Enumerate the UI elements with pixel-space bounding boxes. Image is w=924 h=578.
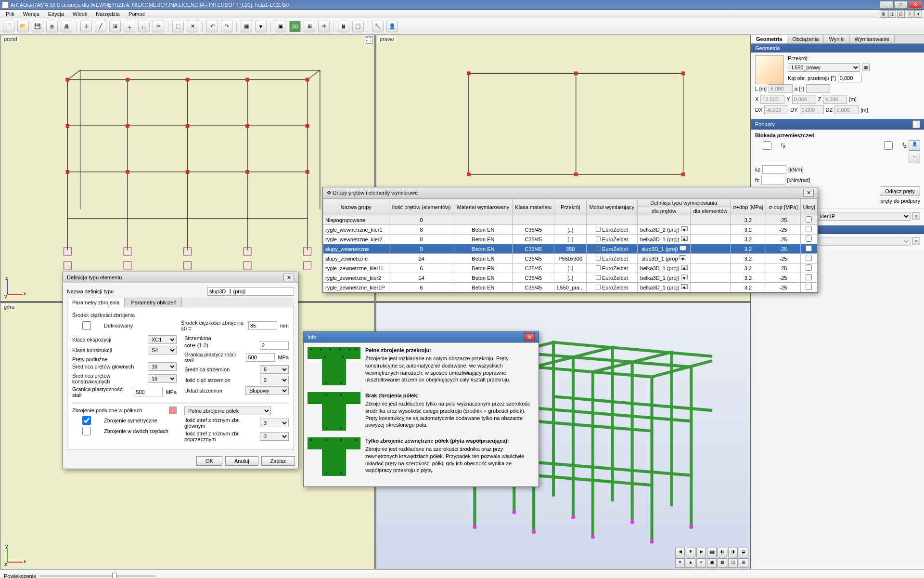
support-tool-icon[interactable]: ⏚	[124, 21, 135, 32]
dwa-checkbox[interactable]	[72, 427, 101, 435]
menubar-extra-2[interactable]: ◫	[888, 10, 896, 18]
fz-checkbox[interactable]	[876, 141, 900, 150]
grid-tool-icon[interactable]: ⊞	[109, 21, 121, 32]
menubar-extra-5[interactable]: ▾	[914, 10, 922, 18]
dialog-close-button[interactable]: ✕	[283, 274, 294, 281]
user-icon[interactable]: 👤	[386, 21, 398, 32]
calc-icon[interactable]: 🖩	[338, 21, 349, 32]
col-przekroj[interactable]: Przekrój	[554, 199, 587, 215]
ok-button[interactable]: OK	[196, 456, 222, 466]
snapshot-icon[interactable]: 📷	[707, 548, 717, 557]
bar-tool-icon[interactable]: ╱	[95, 21, 106, 32]
menubar-extra-3[interactable]: ⊡	[897, 10, 905, 18]
menubar-extra-1[interactable]: ⊞	[880, 10, 887, 18]
gran1-input[interactable]	[134, 388, 163, 396]
render-2-icon[interactable]: ◑	[728, 548, 738, 557]
uklad-select[interactable]: Słupowy	[245, 386, 289, 395]
report-icon[interactable]: 📋	[352, 21, 364, 32]
save-file-icon[interactable]: 💾	[32, 21, 43, 32]
sr-strz-select[interactable]: 6	[260, 365, 289, 374]
grupa-podpor-edit-icon[interactable]: ≡	[912, 237, 920, 245]
render-3-icon[interactable]: ◒	[739, 548, 748, 557]
save-button[interactable]: Zapisz	[261, 456, 295, 466]
tab-wymiarowanie[interactable]: Wymiarowanie	[850, 35, 895, 43]
table-row[interactable]: słupy_zewnetrzne24Beton ENC35/45P550x300…	[323, 254, 818, 263]
undo-icon[interactable]: ↶	[206, 21, 218, 32]
nav-menu-icon[interactable]: ≡	[696, 558, 706, 568]
delete-icon[interactable]: ✕	[187, 21, 198, 32]
table-icon[interactable]: ▦	[241, 21, 252, 32]
info-icon[interactable]: i	[169, 407, 177, 414]
view2d-icon[interactable]: ▣	[275, 21, 286, 32]
menu-edycja[interactable]: Edycja	[44, 11, 68, 17]
menubar-extra-4[interactable]: ?	[906, 10, 913, 18]
klasa-eksp-select[interactable]: XC1	[148, 335, 177, 344]
filter-icon[interactable]: ▼	[255, 21, 267, 32]
odlacz-button[interactable]: Odłącz pręty	[880, 186, 920, 196]
expand-icon[interactable]: ⛶	[365, 36, 372, 44]
grupa-edit-icon[interactable]: ≡	[912, 212, 920, 220]
menu-plik[interactable]: Plik	[2, 11, 18, 17]
kz-input[interactable]	[762, 165, 786, 174]
settings-icon[interactable]: 🔧	[372, 21, 384, 32]
col-def[interactable]: Definicja typu wymiarowania	[637, 199, 730, 207]
view3d-icon[interactable]: 3D	[289, 21, 301, 32]
table-row[interactable]: rygle_wewnetrzne_kier28Beton ENC35/45[..…	[323, 235, 818, 244]
rx-checkbox[interactable]	[755, 141, 779, 150]
print-icon[interactable]: 🖶	[61, 21, 72, 32]
table-row[interactable]: słupy_wewnetrzne9Beton ENC35/45350EuroŻe…	[323, 244, 818, 254]
cot-input[interactable]	[260, 341, 289, 350]
stref-pop-select[interactable]: 3	[260, 432, 289, 441]
support-link-icon[interactable]: ↔	[909, 153, 920, 163]
view-mode-4-icon[interactable]: ⊞	[739, 558, 748, 568]
viewport-front[interactable]: przód ⛶	[0, 35, 375, 302]
axes-icon[interactable]: ✛	[318, 21, 330, 32]
nav-down-icon[interactable]: ▼	[686, 548, 695, 557]
redo-icon[interactable]: ↷	[221, 21, 232, 32]
zoom-slider-thumb[interactable]	[112, 573, 117, 578]
save-as-icon[interactable]: 🗎	[46, 21, 58, 32]
tab-param-obliczen[interactable]: Parametry obliczeń	[126, 298, 181, 307]
tab-wyniki[interactable]: Wyniki	[824, 35, 849, 43]
nav-right-icon[interactable]: ▶	[696, 548, 706, 557]
col-modul[interactable]: Moduł wymiarujący	[587, 199, 638, 215]
col-def-pret[interactable]: dla prętów	[637, 207, 691, 215]
fz-input[interactable]	[761, 176, 785, 184]
table-row[interactable]: rygle_zewnetrzne_kier1L6Beton ENC35/45[.…	[323, 263, 818, 273]
view-mode-2-icon[interactable]: ▦	[718, 558, 727, 568]
col-material[interactable]: Materiał wymiarowany	[454, 199, 512, 215]
table-row[interactable]: rygle_zewnetrzne_kier214Beton ENC35/45[.…	[323, 273, 818, 283]
zoom-slider[interactable]	[40, 575, 155, 577]
a0-input[interactable]	[248, 321, 277, 330]
kat-input[interactable]	[838, 74, 862, 82]
klasa-konstr-select[interactable]: S4	[148, 346, 177, 355]
select-icon[interactable]: ⬚	[172, 21, 184, 32]
sr-glow-select[interactable]: 16	[148, 362, 177, 371]
dialog-close-button[interactable]: ✕	[524, 333, 535, 341]
table-row[interactable]: Niepogrupowane03,2-25	[323, 215, 818, 225]
nav-up-icon[interactable]: ▲	[686, 558, 695, 568]
col-klasa[interactable]: Klasa materiału	[513, 199, 554, 215]
tab-obciazenia[interactable]: Obciążenia	[787, 35, 824, 43]
layout-icon[interactable]: ⊞	[304, 21, 315, 32]
przekroj-select[interactable]: L550_prawy	[788, 63, 860, 72]
col-ilosc[interactable]: Ilość prętów (elementów)	[389, 199, 454, 215]
sym-checkbox[interactable]	[72, 416, 101, 425]
table-row[interactable]: rygle_wewnetrzne_kier18Beton ENC35/45[..…	[323, 225, 818, 235]
table-row[interactable]: rygle_zewnetrzne_kier1P6Beton ENC35/45L5…	[323, 283, 818, 292]
col-sigma-m[interactable]: σ-dop [MPa]	[766, 199, 801, 215]
ciec-select[interactable]: 2	[260, 376, 289, 384]
view-mode-3-icon[interactable]: ◫	[728, 558, 738, 568]
render-1-icon[interactable]: ◐	[718, 548, 727, 557]
stref-gl-select[interactable]: 3	[260, 419, 289, 427]
menu-narzedzia[interactable]: Narzędzia	[92, 11, 124, 17]
node-tool-icon[interactable]: ⊹	[80, 21, 92, 32]
nav-left-icon[interactable]: ◀	[675, 548, 685, 557]
sr-konstr-select[interactable]: 16	[148, 374, 177, 383]
close-button[interactable]: ✕	[909, 1, 922, 9]
col-def-elem[interactable]: dla elementów	[691, 207, 730, 215]
maximize-button[interactable]: □	[894, 1, 908, 9]
section-remove-icon[interactable]: ✕	[912, 120, 920, 128]
load-tool-icon[interactable]: ↓↓	[138, 21, 150, 32]
pelne-select[interactable]: Pełne zbrojenie półek	[184, 407, 271, 415]
